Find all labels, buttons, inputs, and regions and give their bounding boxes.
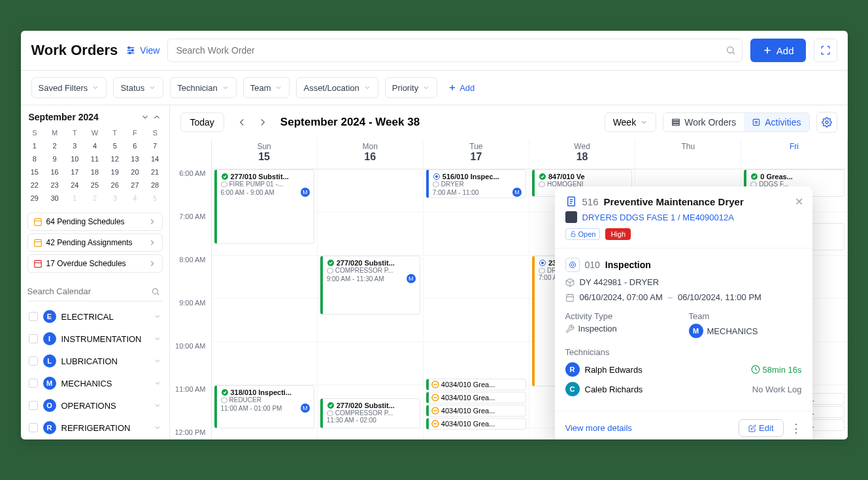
asset-thumbnail bbox=[565, 211, 577, 223]
asset-filter[interactable]: Asset/Location bbox=[296, 77, 378, 98]
add-filter-button[interactable]: Add bbox=[448, 83, 475, 93]
checkbox[interactable] bbox=[29, 334, 38, 343]
mini-cal-day[interactable]: 29 bbox=[25, 192, 45, 205]
pending-item[interactable]: 64 Pending Schedules bbox=[27, 213, 163, 231]
team-filter[interactable]: Team bbox=[243, 77, 290, 98]
time-label: 11:00 AM bbox=[170, 385, 211, 428]
settings-button[interactable] bbox=[816, 112, 837, 133]
mini-cal-day[interactable]: 23 bbox=[44, 179, 65, 192]
search-calendar-input[interactable] bbox=[27, 282, 163, 301]
mini-cal-day[interactable]: 5 bbox=[105, 139, 125, 152]
view-more-link[interactable]: View more details bbox=[565, 423, 632, 433]
view-button[interactable]: View bbox=[125, 45, 159, 56]
today-button[interactable]: Today bbox=[180, 112, 224, 132]
mini-cal-day[interactable]: 17 bbox=[65, 165, 85, 179]
team-item[interactable]: EELECTRICAL bbox=[21, 305, 169, 328]
day-number: 18 bbox=[529, 151, 635, 163]
search-input[interactable] bbox=[167, 39, 742, 62]
mini-cal-day[interactable]: 27 bbox=[125, 179, 145, 192]
mini-cal-day[interactable]: 14 bbox=[145, 152, 165, 165]
checkbox[interactable] bbox=[29, 401, 38, 410]
mini-cal-day[interactable]: 1 bbox=[65, 192, 85, 205]
edit-button[interactable]: Edit bbox=[739, 419, 783, 437]
pending-item[interactable]: 42 Pending Assignments bbox=[27, 233, 163, 252]
team-item[interactable]: MMECHANICS bbox=[21, 372, 169, 394]
mini-cal-day[interactable]: 20 bbox=[125, 165, 145, 179]
team-avatar: L bbox=[43, 354, 56, 368]
work-orders-tab[interactable]: Work Orders bbox=[663, 113, 744, 131]
activity-number: 010 bbox=[585, 260, 600, 270]
pending-item[interactable]: 17 Overdue Schedules bbox=[27, 254, 163, 273]
calendar-event-small[interactable]: 4034/010 Grea... bbox=[426, 405, 526, 417]
day-of-week: Wed bbox=[529, 142, 635, 151]
status-filter[interactable]: Status bbox=[113, 77, 163, 98]
mini-cal-day[interactable]: 25 bbox=[85, 179, 105, 192]
technician-filter[interactable]: Technician bbox=[170, 77, 236, 98]
search-icon bbox=[726, 45, 736, 56]
mini-cal-day[interactable]: 28 bbox=[145, 179, 165, 192]
mini-cal-day[interactable]: 2 bbox=[44, 139, 65, 152]
mini-cal-day[interactable]: 15 bbox=[25, 165, 45, 179]
team-label: Team bbox=[689, 311, 802, 321]
mini-cal-day[interactable]: 11 bbox=[85, 152, 105, 165]
checkbox[interactable] bbox=[29, 379, 38, 388]
mini-cal-day[interactable]: 18 bbox=[85, 165, 105, 179]
team-item[interactable]: IINSTRUMENTATION bbox=[21, 328, 169, 350]
add-button[interactable]: Add bbox=[750, 39, 806, 62]
saved-filters-button[interactable]: Saved Filters bbox=[31, 77, 107, 98]
calendar-event[interactable]: 277/010 Substit...FIRE PUMP 01 -...6:00 … bbox=[214, 169, 314, 244]
tech-name: Caleb Richards bbox=[585, 385, 643, 394]
calendar-event[interactable]: 277/020 Substit...COMPRESSOR P...9:00 AM… bbox=[320, 256, 420, 315]
mini-cal-day[interactable]: 24 bbox=[65, 179, 85, 192]
calendar-event[interactable]: 318/010 Inspecti...REDUCER11:00 AM - 01:… bbox=[214, 385, 314, 428]
mini-cal-day[interactable]: 19 bbox=[105, 165, 125, 179]
view-range-select[interactable]: Week bbox=[605, 112, 657, 132]
mini-cal-day[interactable]: 22 bbox=[25, 179, 45, 192]
expand-button[interactable] bbox=[814, 39, 837, 62]
priority-filter[interactable]: Priority bbox=[385, 77, 437, 98]
mini-cal-day[interactable]: 26 bbox=[105, 179, 125, 192]
svg-rect-63 bbox=[566, 294, 573, 301]
checkbox[interactable] bbox=[29, 356, 38, 366]
mini-cal-day[interactable]: 1 bbox=[25, 139, 45, 152]
mini-cal-next[interactable] bbox=[141, 112, 150, 122]
team-item[interactable]: RREFRIGERATION bbox=[21, 417, 169, 439]
next-week[interactable] bbox=[254, 114, 271, 131]
mini-cal-day[interactable]: 7 bbox=[145, 139, 165, 152]
prev-week[interactable] bbox=[233, 114, 250, 131]
asset-link[interactable]: DRYERS DDGS FASE 1 / ME4090012A bbox=[565, 211, 802, 223]
mini-cal-day[interactable]: 16 bbox=[44, 165, 65, 179]
team-item[interactable]: OOPERATIONS bbox=[21, 394, 169, 417]
team-item[interactable]: LLUBRICATION bbox=[21, 350, 169, 372]
mini-cal-day[interactable]: 21 bbox=[145, 165, 165, 179]
checkbox[interactable] bbox=[29, 423, 38, 432]
mini-cal-day[interactable]: 4 bbox=[125, 192, 145, 205]
calendar-event-small[interactable]: 4034/010 Grea... bbox=[426, 392, 526, 403]
close-button[interactable]: ✕ bbox=[795, 196, 803, 208]
tech-worklog-time: 58min 16s bbox=[751, 365, 802, 375]
mini-cal-day[interactable]: 12 bbox=[105, 152, 125, 165]
mini-cal-day[interactable]: 9 bbox=[44, 152, 65, 165]
checkbox[interactable] bbox=[29, 312, 38, 321]
mini-cal-day[interactable]: 2 bbox=[85, 192, 105, 205]
more-button[interactable]: ⋮ bbox=[790, 421, 802, 436]
mini-cal-day[interactable]: 13 bbox=[125, 152, 145, 165]
calendar-event[interactable]: 516/010 Inspec...DRYER7:00 AM - 11:00M bbox=[426, 169, 526, 198]
activity-type-value: Inspection bbox=[578, 324, 617, 334]
calendar-event-small[interactable]: 4034/010 Grea... bbox=[426, 379, 526, 390]
mini-cal-day[interactable]: 4 bbox=[85, 139, 105, 152]
mini-cal-day[interactable]: 3 bbox=[105, 192, 125, 205]
week-label: September 2024 - Week 38 bbox=[280, 116, 420, 129]
calendar-event-small[interactable]: 4034/010 Grea... bbox=[426, 418, 526, 430]
mini-cal-day[interactable]: 30 bbox=[44, 192, 65, 205]
mini-cal-day[interactable]: 6 bbox=[125, 139, 145, 152]
mini-cal-day[interactable]: 3 bbox=[65, 139, 85, 152]
mini-cal-day[interactable]: 10 bbox=[65, 152, 85, 165]
mini-cal-day[interactable]: 5 bbox=[145, 192, 165, 205]
mini-cal-day[interactable]: 8 bbox=[25, 152, 45, 165]
mini-cal-prev[interactable] bbox=[152, 112, 161, 122]
calendar-event[interactable]: 277/020 Substit...COMPRESSOR P...11:30 A… bbox=[320, 398, 420, 428]
team-name: LUBRICATION bbox=[61, 356, 118, 366]
sliders-icon bbox=[125, 45, 136, 56]
activities-tab[interactable]: Activities bbox=[744, 113, 809, 131]
